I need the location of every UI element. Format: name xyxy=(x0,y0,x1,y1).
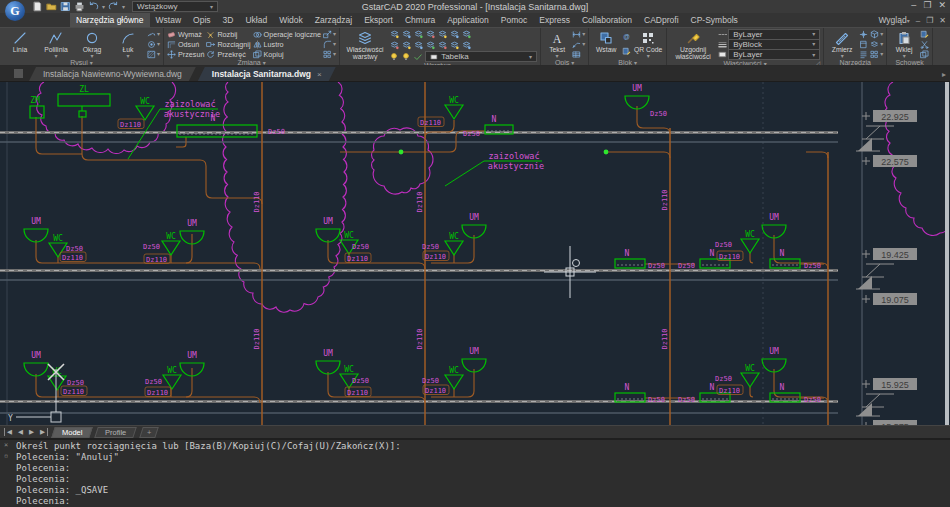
ribbon-tab-application[interactable]: Application xyxy=(441,13,495,27)
layer-state-icon[interactable] xyxy=(461,29,472,39)
ribbon-tab-pomoc[interactable]: Pomoc xyxy=(495,13,533,27)
workspace-combo[interactable]: Wstążkowy▾ xyxy=(132,1,218,12)
color-swatch-icon[interactable] xyxy=(718,50,727,59)
scale-button[interactable]: ▾ xyxy=(323,29,336,39)
drawing-canvas[interactable]: UMUMUMUMUMUMUMUMUMUMUMWCWCWCWCWCWCWCWCWC… xyxy=(0,82,950,425)
group-label-narzedzia[interactable]: Narzędzia xyxy=(827,59,883,66)
doc-close-button[interactable]: ✕ xyxy=(939,16,946,25)
layer-state-icon[interactable] xyxy=(401,29,412,39)
ribbon-tab-opis[interactable]: Opis xyxy=(187,13,216,27)
linia-button[interactable]: Linia xyxy=(3,29,37,59)
ribbon-tab-express[interactable]: Express xyxy=(533,13,576,27)
print-icon[interactable] xyxy=(74,1,85,12)
attribute-edit-button[interactable] xyxy=(622,47,631,57)
doc-restore-button[interactable]: ❐ xyxy=(926,16,933,25)
layout-tab-new[interactable]: + xyxy=(139,427,159,438)
layout-tab-profile[interactable]: Profile xyxy=(95,427,138,438)
tekst-button[interactable]: ATekst▾ xyxy=(544,29,570,59)
save-icon[interactable] xyxy=(60,1,71,12)
layer-state-icon[interactable] xyxy=(389,40,400,50)
layer-state-icon[interactable] xyxy=(449,40,460,50)
layer-freeze-bulb-icon[interactable] xyxy=(401,52,411,62)
drawing-area[interactable]: UMUMUMUMUMUMUMUMUMUMUMWCWCWCWCWCWCWCWCWC… xyxy=(0,82,950,425)
dialog-launcher-icon[interactable]: ◿ xyxy=(816,59,821,66)
dimension-button[interactable]: ▾ xyxy=(572,29,585,39)
group-label-blok[interactable]: Blok▾ xyxy=(592,59,663,66)
luk-button[interactable]: Łuk▾ xyxy=(111,29,145,59)
operacje-logiczne-button[interactable]: Operacje logiczne xyxy=(253,29,322,39)
ribbon-tab-collaboration[interactable]: Collaboration xyxy=(576,13,638,27)
color-combo[interactable]: ByLayer▾ xyxy=(728,49,820,60)
undo-dropdown[interactable]: ▾ xyxy=(102,4,105,10)
group-label-schowek[interactable]: Schowek xyxy=(890,59,929,66)
ribbon-tab-widok[interactable]: Widok xyxy=(273,13,309,27)
ribbon-tab-uk-ad[interactable]: Układ xyxy=(239,13,273,27)
layer-combo[interactable]: Tabelka▾ xyxy=(425,51,537,62)
doc-minimize-button[interactable]: – xyxy=(916,16,920,25)
layer-check-icon[interactable] xyxy=(413,52,423,62)
copy-clip-button[interactable] xyxy=(920,29,929,39)
command-line-panel[interactable]: Określ punkt rozciągnięcia lub [Baza(B)/… xyxy=(0,438,950,507)
layer-state-icon[interactable] xyxy=(449,29,460,39)
uzgodnij-wlasciwosci-button[interactable]: Uzgodnij właściwości xyxy=(670,29,716,60)
layout-nav-icon[interactable]: ◀ xyxy=(16,428,25,436)
cut-button[interactable] xyxy=(920,39,929,49)
document-tab[interactable]: Instalacja Nawiewno-Wywiewna.dwg xyxy=(29,67,196,81)
close-button[interactable]: ✕ xyxy=(938,0,946,10)
layout-nav-icon[interactable]: ▶ xyxy=(38,428,48,436)
layout-nav-icon[interactable]: ◀ xyxy=(4,428,14,436)
table-button[interactable] xyxy=(572,49,585,59)
doc-tab-home-icon[interactable] xyxy=(14,69,23,78)
layers-tool-button[interactable]: ▾ xyxy=(870,39,883,49)
layer-state-icon[interactable] xyxy=(389,29,400,39)
ribbon-tab-cp-symbols[interactable]: CP-Symbols xyxy=(685,13,744,27)
hatch-button[interactable]: ▾ xyxy=(147,49,160,59)
redo-dropdown[interactable]: ▾ xyxy=(122,4,125,10)
ribbon-tab-eksport[interactable]: Eksport xyxy=(358,13,399,27)
linetype-icon[interactable] xyxy=(718,30,727,39)
calculator-button[interactable] xyxy=(859,39,868,49)
rozciagnij-button[interactable]: Rozciągnij xyxy=(206,39,250,49)
layer-state-icon[interactable] xyxy=(401,40,412,50)
new-file-icon[interactable] xyxy=(32,1,43,12)
doc-tab-close-icon[interactable]: × xyxy=(317,70,322,79)
okrag-button[interactable]: Okrąg▾ xyxy=(75,29,109,59)
layer-state-icon[interactable] xyxy=(437,29,448,39)
group-label-rysuj[interactable]: Rysuj▾ xyxy=(3,59,160,66)
undo-icon[interactable] xyxy=(88,1,99,12)
fillet-button[interactable]: ▾ xyxy=(323,39,336,49)
layer-state-icon[interactable] xyxy=(437,40,448,50)
wymaz-button[interactable]: Wymaż xyxy=(167,29,204,39)
array-button[interactable]: ▾ xyxy=(323,49,336,59)
restore-button[interactable]: ❐ xyxy=(923,0,931,10)
list-button[interactable] xyxy=(859,49,868,59)
odsun-button[interactable]: Odsuń xyxy=(167,39,204,49)
cube-tool-button[interactable]: ▾ xyxy=(870,29,883,39)
lustro-button[interactable]: Lustro xyxy=(253,39,322,49)
layer-state-icon[interactable] xyxy=(425,40,436,50)
group-label-zmiana[interactable]: Zmiana▾ xyxy=(167,59,336,66)
qr-code-button[interactable]: QR Code▾ xyxy=(633,29,663,59)
layer-state-icon[interactable] xyxy=(425,29,436,39)
copy-base-button[interactable] xyxy=(920,49,929,59)
wklej-button[interactable]: Wklej▾ xyxy=(890,29,918,59)
lineweight-icon[interactable] xyxy=(718,40,727,49)
layout-tab-model[interactable]: Model xyxy=(51,427,93,438)
przekrec-button[interactable]: Przekręć xyxy=(206,49,250,59)
group-label-opis[interactable]: Opis▾ xyxy=(544,59,585,66)
layer-state-icon[interactable] xyxy=(413,29,424,39)
wyglad-menu[interactable]: Wygląd▾ xyxy=(878,15,909,25)
document-tab[interactable]: Instalacja Sanitarna.dwg× xyxy=(198,67,336,81)
layer-state-icon[interactable] xyxy=(413,40,424,50)
ribbon-tab-chmura[interactable]: Chmura xyxy=(399,13,441,27)
kopiuj-button[interactable]: Kopiuj xyxy=(253,49,322,59)
layer-on-bulb-icon[interactable] xyxy=(389,52,399,62)
open-file-icon[interactable] xyxy=(46,1,57,12)
polilinia-button[interactable]: Polilinia▾ xyxy=(39,29,73,59)
attribute-button[interactable]: @ xyxy=(622,32,631,42)
array-tool-button[interactable]: ▾ xyxy=(870,49,883,59)
wstaw-button[interactable]: Wstaw xyxy=(592,29,620,59)
leader-button[interactable]: ▾ xyxy=(572,39,585,49)
ribbon-tab-zarz-dzaj[interactable]: Zarządzaj xyxy=(309,13,358,27)
ribbon-tab-wstaw[interactable]: Wstaw xyxy=(150,13,188,27)
